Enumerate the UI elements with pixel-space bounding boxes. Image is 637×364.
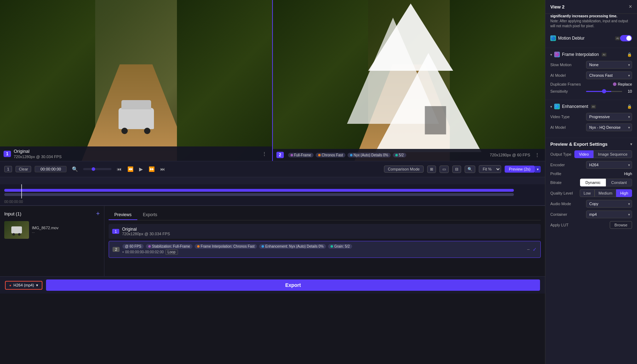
quality-high-btn[interactable]: High [616, 189, 632, 197]
video-type-select[interactable]: Progressive Interlaced [586, 113, 632, 121]
preview-btn[interactable]: Preview (2s) [505, 166, 535, 173]
h264-badge[interactable]: ● H264 (mp4) ▾ [5, 281, 42, 290]
clear-button[interactable]: Clear [16, 166, 31, 172]
bitrate-toggle: Dynamic Constant [580, 179, 632, 186]
sensitivity-slider[interactable] [586, 91, 622, 92]
video-thumbnail [4, 221, 29, 239]
original-resolution: 720x1280px @ 30.034 FPS [14, 155, 62, 159]
ai-model-select-interp[interactable]: Chronos Fast Chronos [586, 71, 632, 79]
svg-marker-0 [368, 4, 453, 71]
enhancement-title-row[interactable]: ▾ 🔷 Enhancement AI 🔒 [550, 104, 632, 109]
sidebar-close-btn[interactable]: × [629, 4, 632, 10]
audio-mode-select[interactable]: Copy None [586, 200, 632, 208]
video-more-btn-right[interactable]: ⋮ [533, 151, 541, 159]
tag-frame-interp: Frame Interpolation: Chronos Fast [195, 244, 257, 249]
ai-model-row-interp: AI Model Chronos Fast Chronos [550, 71, 632, 79]
sensitivity-row: Sensitivity 10 [550, 89, 632, 93]
browse-lut-btn[interactable]: Browse [610, 221, 632, 229]
tag-grain: 5/2 [393, 153, 406, 157]
file-more-btn[interactable]: ··· [32, 231, 58, 235]
ai-model-select-wrapper-interp: Chronos Fast Chronos [586, 71, 632, 79]
tag-nyx: Nyx (Auto) Details 0% [348, 153, 391, 157]
play-btn[interactable]: ▶ [137, 165, 145, 173]
slow-motion-select[interactable]: None 2x 4x [586, 61, 632, 69]
quality-low-btn[interactable]: Low [580, 189, 595, 197]
encoder-select-wrapper: H264 H265 ProRes [586, 161, 632, 169]
sidebar-note: significantly increases processing time.… [545, 14, 637, 31]
output-type-image-seq-btn[interactable]: Image Sequence [593, 150, 632, 158]
duplicate-frames-value: Replace [618, 82, 632, 86]
thumbnail-info: IMG_8672.mov ··· [32, 226, 58, 235]
timeline-track[interactable] [0, 184, 545, 198]
export-bar: ● H264 (mp4) ▾ Export [0, 276, 545, 294]
preview-export-chevron: ▾ [630, 142, 632, 146]
output-type-label: Output Type [550, 152, 574, 156]
skip-start-btn[interactable]: ⏮ [115, 165, 124, 173]
motion-deblur-ai-badge: AI [615, 36, 620, 40]
video-type-select-wrapper: Progressive Interlaced [586, 113, 632, 121]
frame-interpolation-section: ▾ 🟣 Frame Interpolation AI 🔒 Slow Motion… [545, 48, 637, 100]
timeline-time: 00:00:00:00 [4, 200, 23, 204]
add-input-btn[interactable]: + [96, 210, 100, 218]
bottom-panel: Input (1) + IMG_8672.mov [0, 206, 545, 276]
quality-toggle: Low Medium High [580, 189, 632, 197]
preview-time-info: • 00:00:00:00-00:00:02:00 Loop [122, 249, 524, 255]
preview-badge-1: 1 [112, 229, 119, 234]
preview-dropdown-btn[interactable]: ▾ [535, 166, 541, 173]
search-button[interactable]: 🔍 [70, 165, 80, 173]
frame-interp-title-row[interactable]: ▾ 🟣 Frame Interpolation AI 🔒 [550, 52, 632, 57]
audio-mode-row: Audio Mode Copy None [550, 200, 632, 208]
timeline-area[interactable]: 00:00:00:00 [0, 177, 545, 206]
duplicate-frames-label: Duplicate Frames [550, 82, 613, 86]
in-point-label: 1 [7, 167, 9, 171]
view-badge-1: 1 [4, 151, 11, 157]
motion-deblur-toggle[interactable] [620, 35, 632, 41]
row-collapse-btn[interactable]: − [527, 247, 530, 252]
app-container: 1 Original 720x1280px @ 30.034 FPS ⋮ [0, 0, 637, 364]
video-more-btn-left[interactable]: ⋮ [260, 150, 269, 158]
comparison-mode-btn[interactable]: Comparison Mode [384, 166, 424, 173]
output-type-video-btn[interactable]: Video [574, 150, 593, 158]
container-select[interactable]: mp4 mov mkv [586, 210, 632, 218]
enhanced-resolution: 720x1280px @ 60 FPS [490, 153, 530, 157]
encoder-select[interactable]: H264 H265 ProRes [586, 161, 632, 169]
slow-motion-label: Slow Motion [550, 63, 586, 67]
video-label-original: 1 Original 720x1280px @ 30.034 FPS ⋮ [0, 146, 272, 161]
timeline-bar-2[interactable] [4, 193, 514, 196]
tab-previews[interactable]: Previews [109, 210, 137, 220]
ai-model-select-wrapper-enh: Nyx - HQ Denoise Nyx [586, 123, 632, 131]
preview-row-2-tags: @ 60 FPS Stabilization: Full-Frame Frame… [122, 244, 524, 249]
step-back-btn[interactable]: ⏪ [126, 165, 135, 173]
grid-view-btn[interactable]: ⊞ [427, 166, 436, 173]
dual-view-btn[interactable]: ⊟ [452, 166, 461, 173]
bitrate-dynamic-btn[interactable]: Dynamic [580, 179, 606, 186]
fit-select[interactable]: Fit % 100% 50% [479, 165, 501, 173]
timecode-input[interactable] [35, 166, 67, 172]
motion-deblur-icon: 🔵 [550, 35, 556, 41]
skip-end-btn[interactable]: ⏭ [159, 165, 167, 173]
ai-model-select-enh[interactable]: Nyx - HQ Denoise Nyx [586, 123, 632, 131]
loop-badge[interactable]: Loop [165, 249, 178, 255]
timeline-bar[interactable] [4, 189, 514, 192]
motion-deblur-label: Motion Deblur [558, 36, 614, 41]
zoom-btn[interactable]: 🔍 [465, 166, 475, 173]
audio-mode-select-wrapper: Copy None [586, 200, 632, 208]
row-check: ✓ [533, 247, 537, 252]
preview-row-1[interactable]: 1 Original 720x1280px @ 30.034 FPS [109, 224, 541, 239]
tab-bar: Previews Exports [109, 210, 541, 220]
step-fwd-btn[interactable]: ⏩ [147, 165, 156, 173]
apply-lut-row: Apply LUT Browse [550, 221, 632, 229]
audio-mode-label: Audio Mode [550, 202, 586, 206]
video-type-row: Video Type Progressive Interlaced [550, 113, 632, 121]
quality-medium-btn[interactable]: Medium [595, 189, 616, 197]
preview-badge-2: 2 [113, 247, 120, 252]
tab-exports[interactable]: Exports [137, 210, 163, 220]
thumbnail-item[interactable]: IMG_8672.mov ··· [4, 221, 100, 239]
bitrate-constant-btn[interactable]: Constant [606, 179, 632, 186]
input-panel: Input (1) + IMG_8672.mov [0, 206, 104, 276]
export-main-btn[interactable]: Export [46, 279, 540, 291]
preview-row-1-title: Original [122, 227, 170, 232]
single-view-btn[interactable]: ▭ [440, 166, 449, 173]
replace-dot [613, 82, 616, 86]
preview-row-2[interactable]: 2 @ 60 FPS Stabilization: Full-Frame Fra… [109, 241, 541, 258]
